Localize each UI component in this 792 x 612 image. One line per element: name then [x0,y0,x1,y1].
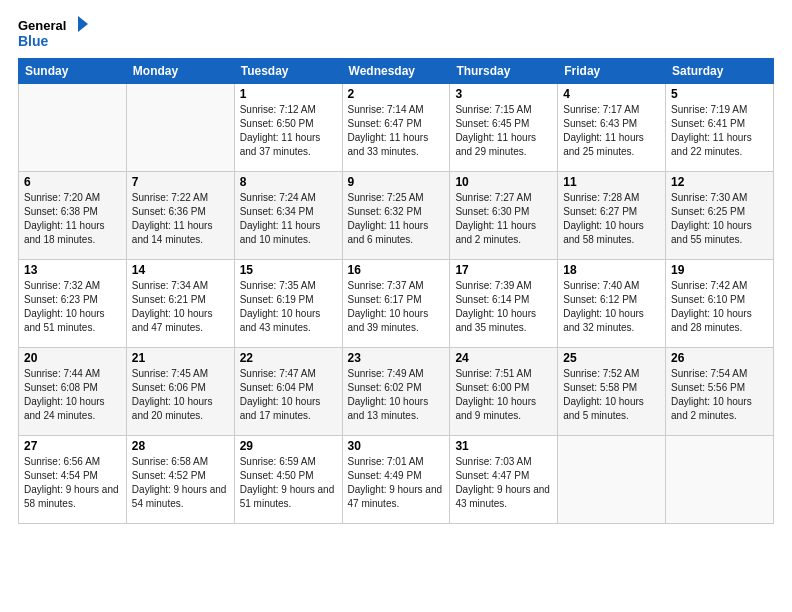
day-number: 9 [348,175,445,189]
calendar-cell: 1Sunrise: 7:12 AM Sunset: 6:50 PM Daylig… [234,84,342,172]
day-number: 3 [455,87,552,101]
day-number: 11 [563,175,660,189]
svg-marker-1 [78,16,88,32]
day-number: 2 [348,87,445,101]
calendar-cell [666,436,774,524]
day-info: Sunrise: 7:28 AM Sunset: 6:27 PM Dayligh… [563,191,660,247]
day-info: Sunrise: 7:34 AM Sunset: 6:21 PM Dayligh… [132,279,229,335]
calendar-cell: 30Sunrise: 7:01 AM Sunset: 4:49 PM Dayli… [342,436,450,524]
calendar-cell: 4Sunrise: 7:17 AM Sunset: 6:43 PM Daylig… [558,84,666,172]
day-info: Sunrise: 7:14 AM Sunset: 6:47 PM Dayligh… [348,103,445,159]
day-number: 19 [671,263,768,277]
calendar-cell: 28Sunrise: 6:58 AM Sunset: 4:52 PM Dayli… [126,436,234,524]
day-number: 21 [132,351,229,365]
day-number: 6 [24,175,121,189]
day-number: 1 [240,87,337,101]
calendar-cell: 3Sunrise: 7:15 AM Sunset: 6:45 PM Daylig… [450,84,558,172]
day-info: Sunrise: 7:17 AM Sunset: 6:43 PM Dayligh… [563,103,660,159]
day-number: 4 [563,87,660,101]
day-number: 25 [563,351,660,365]
calendar-cell: 10Sunrise: 7:27 AM Sunset: 6:30 PM Dayli… [450,172,558,260]
day-number: 27 [24,439,121,453]
day-number: 23 [348,351,445,365]
calendar-cell: 29Sunrise: 6:59 AM Sunset: 4:50 PM Dayli… [234,436,342,524]
day-info: Sunrise: 7:44 AM Sunset: 6:08 PM Dayligh… [24,367,121,423]
calendar-cell: 17Sunrise: 7:39 AM Sunset: 6:14 PM Dayli… [450,260,558,348]
calendar-cell: 14Sunrise: 7:34 AM Sunset: 6:21 PM Dayli… [126,260,234,348]
calendar-cell: 9Sunrise: 7:25 AM Sunset: 6:32 PM Daylig… [342,172,450,260]
day-info: Sunrise: 7:22 AM Sunset: 6:36 PM Dayligh… [132,191,229,247]
day-number: 8 [240,175,337,189]
day-info: Sunrise: 7:25 AM Sunset: 6:32 PM Dayligh… [348,191,445,247]
calendar-cell: 18Sunrise: 7:40 AM Sunset: 6:12 PM Dayli… [558,260,666,348]
weekday-header-monday: Monday [126,59,234,84]
day-info: Sunrise: 7:15 AM Sunset: 6:45 PM Dayligh… [455,103,552,159]
day-info: Sunrise: 7:24 AM Sunset: 6:34 PM Dayligh… [240,191,337,247]
calendar-cell [19,84,127,172]
calendar-cell: 16Sunrise: 7:37 AM Sunset: 6:17 PM Dayli… [342,260,450,348]
day-number: 7 [132,175,229,189]
calendar-cell: 25Sunrise: 7:52 AM Sunset: 5:58 PM Dayli… [558,348,666,436]
svg-text:General: General [18,18,66,33]
day-info: Sunrise: 7:40 AM Sunset: 6:12 PM Dayligh… [563,279,660,335]
calendar-cell: 24Sunrise: 7:51 AM Sunset: 6:00 PM Dayli… [450,348,558,436]
page: General Blue SundayMondayTuesdayWednesda… [0,0,792,612]
weekday-header-friday: Friday [558,59,666,84]
calendar-cell: 27Sunrise: 6:56 AM Sunset: 4:54 PM Dayli… [19,436,127,524]
calendar-cell: 12Sunrise: 7:30 AM Sunset: 6:25 PM Dayli… [666,172,774,260]
weekday-header-tuesday: Tuesday [234,59,342,84]
day-number: 22 [240,351,337,365]
day-info: Sunrise: 7:39 AM Sunset: 6:14 PM Dayligh… [455,279,552,335]
day-number: 18 [563,263,660,277]
calendar-cell: 6Sunrise: 7:20 AM Sunset: 6:38 PM Daylig… [19,172,127,260]
calendar-cell: 8Sunrise: 7:24 AM Sunset: 6:34 PM Daylig… [234,172,342,260]
day-info: Sunrise: 7:42 AM Sunset: 6:10 PM Dayligh… [671,279,768,335]
day-number: 14 [132,263,229,277]
calendar-week-row: 13Sunrise: 7:32 AM Sunset: 6:23 PM Dayli… [19,260,774,348]
day-number: 28 [132,439,229,453]
calendar-cell: 22Sunrise: 7:47 AM Sunset: 6:04 PM Dayli… [234,348,342,436]
calendar-cell [558,436,666,524]
day-info: Sunrise: 7:52 AM Sunset: 5:58 PM Dayligh… [563,367,660,423]
day-info: Sunrise: 7:47 AM Sunset: 6:04 PM Dayligh… [240,367,337,423]
weekday-header-saturday: Saturday [666,59,774,84]
calendar-cell: 26Sunrise: 7:54 AM Sunset: 5:56 PM Dayli… [666,348,774,436]
day-info: Sunrise: 7:51 AM Sunset: 6:00 PM Dayligh… [455,367,552,423]
day-info: Sunrise: 7:19 AM Sunset: 6:41 PM Dayligh… [671,103,768,159]
calendar-week-row: 27Sunrise: 6:56 AM Sunset: 4:54 PM Dayli… [19,436,774,524]
calendar-cell: 20Sunrise: 7:44 AM Sunset: 6:08 PM Dayli… [19,348,127,436]
day-number: 12 [671,175,768,189]
weekday-header-thursday: Thursday [450,59,558,84]
calendar-cell: 11Sunrise: 7:28 AM Sunset: 6:27 PM Dayli… [558,172,666,260]
svg-text:Blue: Blue [18,33,49,49]
day-info: Sunrise: 7:32 AM Sunset: 6:23 PM Dayligh… [24,279,121,335]
day-number: 20 [24,351,121,365]
day-number: 29 [240,439,337,453]
day-info: Sunrise: 7:12 AM Sunset: 6:50 PM Dayligh… [240,103,337,159]
calendar-week-row: 1Sunrise: 7:12 AM Sunset: 6:50 PM Daylig… [19,84,774,172]
weekday-header-sunday: Sunday [19,59,127,84]
day-info: Sunrise: 7:01 AM Sunset: 4:49 PM Dayligh… [348,455,445,511]
calendar-cell: 15Sunrise: 7:35 AM Sunset: 6:19 PM Dayli… [234,260,342,348]
calendar-cell [126,84,234,172]
calendar-week-row: 6Sunrise: 7:20 AM Sunset: 6:38 PM Daylig… [19,172,774,260]
calendar-cell: 23Sunrise: 7:49 AM Sunset: 6:02 PM Dayli… [342,348,450,436]
day-info: Sunrise: 7:37 AM Sunset: 6:17 PM Dayligh… [348,279,445,335]
day-number: 16 [348,263,445,277]
weekday-header-row: SundayMondayTuesdayWednesdayThursdayFrid… [19,59,774,84]
day-info: Sunrise: 7:35 AM Sunset: 6:19 PM Dayligh… [240,279,337,335]
calendar-cell: 13Sunrise: 7:32 AM Sunset: 6:23 PM Dayli… [19,260,127,348]
day-info: Sunrise: 7:49 AM Sunset: 6:02 PM Dayligh… [348,367,445,423]
day-number: 10 [455,175,552,189]
calendar-cell: 7Sunrise: 7:22 AM Sunset: 6:36 PM Daylig… [126,172,234,260]
day-number: 5 [671,87,768,101]
day-number: 13 [24,263,121,277]
day-info: Sunrise: 6:59 AM Sunset: 4:50 PM Dayligh… [240,455,337,511]
calendar-cell: 5Sunrise: 7:19 AM Sunset: 6:41 PM Daylig… [666,84,774,172]
calendar-cell: 21Sunrise: 7:45 AM Sunset: 6:06 PM Dayli… [126,348,234,436]
logo: General Blue [18,14,88,52]
weekday-header-wednesday: Wednesday [342,59,450,84]
day-number: 24 [455,351,552,365]
logo-svg: General Blue [18,14,88,52]
day-info: Sunrise: 7:27 AM Sunset: 6:30 PM Dayligh… [455,191,552,247]
